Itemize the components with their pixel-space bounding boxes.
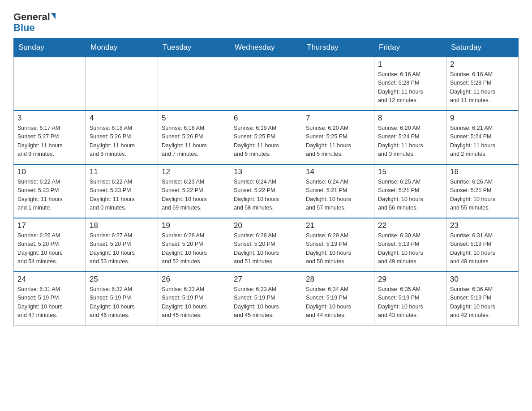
day-info: Sunrise: 6:33 AMSunset: 5:19 PMDaylight:… [162,285,226,320]
calendar-cell [230,57,302,111]
day-info: Sunrise: 6:31 AMSunset: 5:19 PMDaylight:… [17,285,82,320]
day-number: 7 [306,114,370,123]
week-row-5: 24Sunrise: 6:31 AMSunset: 5:19 PMDayligh… [14,272,519,325]
calendar-cell: 30Sunrise: 6:36 AMSunset: 5:19 PMDayligh… [446,272,519,325]
day-info: Sunrise: 6:19 AMSunset: 5:25 PMDaylight:… [234,124,298,159]
calendar-cell [86,57,158,111]
day-info: Sunrise: 6:22 AMSunset: 5:23 PMDaylight:… [17,178,82,213]
logo-general-text: General [13,11,50,23]
day-info: Sunrise: 6:34 AMSunset: 5:19 PMDaylight:… [306,285,370,320]
day-number: 23 [450,221,515,230]
day-info: Sunrise: 6:22 AMSunset: 5:23 PMDaylight:… [90,178,154,213]
calendar-cell: 25Sunrise: 6:32 AMSunset: 5:19 PMDayligh… [86,272,158,325]
calendar-cell: 20Sunrise: 6:28 AMSunset: 5:20 PMDayligh… [230,218,302,272]
day-info: Sunrise: 6:17 AMSunset: 5:27 PMDaylight:… [17,124,82,159]
page-header: General Blue [13,9,519,34]
day-info: Sunrise: 6:28 AMSunset: 5:20 PMDaylight:… [162,231,226,266]
calendar-cell: 8Sunrise: 6:20 AMSunset: 5:24 PMDaylight… [374,111,446,164]
day-info: Sunrise: 6:25 AMSunset: 5:21 PMDaylight:… [378,178,442,213]
day-number: 6 [234,114,298,123]
calendar-cell: 23Sunrise: 6:31 AMSunset: 5:19 PMDayligh… [446,218,519,272]
calendar-cell [14,57,86,111]
calendar-table: SundayMondayTuesdayWednesdayThursdayFrid… [13,38,519,326]
day-number: 20 [234,221,298,230]
calendar-cell: 3Sunrise: 6:17 AMSunset: 5:27 PMDaylight… [14,111,86,164]
day-number: 10 [17,167,82,176]
day-number: 30 [450,275,515,284]
day-info: Sunrise: 6:29 AMSunset: 5:19 PMDaylight:… [306,231,370,266]
calendar-cell: 22Sunrise: 6:30 AMSunset: 5:19 PMDayligh… [374,218,446,272]
day-info: Sunrise: 6:36 AMSunset: 5:19 PMDaylight:… [450,285,515,320]
calendar-cell: 12Sunrise: 6:23 AMSunset: 5:22 PMDayligh… [158,164,230,218]
day-info: Sunrise: 6:21 AMSunset: 5:24 PMDaylight:… [450,124,515,159]
calendar-cell: 16Sunrise: 6:26 AMSunset: 5:21 PMDayligh… [446,164,519,218]
day-info: Sunrise: 6:20 AMSunset: 5:24 PMDaylight:… [378,124,442,159]
day-number: 19 [162,221,226,230]
calendar-cell: 19Sunrise: 6:28 AMSunset: 5:20 PMDayligh… [158,218,230,272]
calendar-cell: 14Sunrise: 6:24 AMSunset: 5:21 PMDayligh… [302,164,374,218]
day-info: Sunrise: 6:23 AMSunset: 5:22 PMDaylight:… [162,178,226,213]
weekday-header-tuesday: Tuesday [158,39,230,57]
day-info: Sunrise: 6:24 AMSunset: 5:22 PMDaylight:… [234,178,298,213]
day-info: Sunrise: 6:16 AMSunset: 5:28 PMDaylight:… [450,70,515,105]
week-row-4: 17Sunrise: 6:26 AMSunset: 5:20 PMDayligh… [14,218,519,272]
day-number: 22 [378,221,442,230]
day-info: Sunrise: 6:26 AMSunset: 5:21 PMDaylight:… [450,178,515,213]
week-row-3: 10Sunrise: 6:22 AMSunset: 5:23 PMDayligh… [14,164,519,218]
calendar-cell: 5Sunrise: 6:18 AMSunset: 5:26 PMDaylight… [158,111,230,164]
day-number: 29 [378,275,442,284]
calendar-cell: 24Sunrise: 6:31 AMSunset: 5:19 PMDayligh… [14,272,86,325]
logo-arrow-icon [51,13,56,19]
calendar-cell: 2Sunrise: 6:16 AMSunset: 5:28 PMDaylight… [446,57,519,111]
day-info: Sunrise: 6:16 AMSunset: 5:28 PMDaylight:… [378,70,442,105]
day-info: Sunrise: 6:20 AMSunset: 5:25 PMDaylight:… [306,124,370,159]
day-number: 28 [306,275,370,284]
day-number: 1 [378,60,442,69]
day-number: 24 [17,275,82,284]
day-number: 15 [378,167,442,176]
calendar-cell: 17Sunrise: 6:26 AMSunset: 5:20 PMDayligh… [14,218,86,272]
day-info: Sunrise: 6:18 AMSunset: 5:26 PMDaylight:… [90,124,154,159]
day-info: Sunrise: 6:18 AMSunset: 5:26 PMDaylight:… [162,124,226,159]
calendar-cell: 18Sunrise: 6:27 AMSunset: 5:20 PMDayligh… [86,218,158,272]
day-info: Sunrise: 6:30 AMSunset: 5:19 PMDaylight:… [378,231,442,266]
day-number: 13 [234,167,298,176]
calendar-cell: 11Sunrise: 6:22 AMSunset: 5:23 PMDayligh… [86,164,158,218]
week-row-1: 1Sunrise: 6:16 AMSunset: 5:28 PMDaylight… [14,57,519,111]
calendar-cell: 21Sunrise: 6:29 AMSunset: 5:19 PMDayligh… [302,218,374,272]
calendar-cell: 9Sunrise: 6:21 AMSunset: 5:24 PMDaylight… [446,111,519,164]
logo-blue-text: Blue [13,22,35,34]
calendar-cell: 7Sunrise: 6:20 AMSunset: 5:25 PMDaylight… [302,111,374,164]
week-row-2: 3Sunrise: 6:17 AMSunset: 5:27 PMDaylight… [14,111,519,164]
day-number: 2 [450,60,515,69]
calendar-cell: 13Sunrise: 6:24 AMSunset: 5:22 PMDayligh… [230,164,302,218]
day-number: 21 [306,221,370,230]
weekday-header-monday: Monday [86,39,158,57]
calendar-cell: 4Sunrise: 6:18 AMSunset: 5:26 PMDaylight… [86,111,158,164]
calendar-cell [158,57,230,111]
weekday-header-wednesday: Wednesday [230,39,302,57]
day-number: 4 [90,114,154,123]
day-number: 26 [162,275,226,284]
day-number: 18 [90,221,154,230]
weekday-header-friday: Friday [374,39,446,57]
day-number: 12 [162,167,226,176]
day-number: 17 [17,221,82,230]
weekday-header-row: SundayMondayTuesdayWednesdayThursdayFrid… [14,39,519,57]
day-info: Sunrise: 6:24 AMSunset: 5:21 PMDaylight:… [306,178,370,213]
day-number: 9 [450,114,515,123]
calendar-cell: 26Sunrise: 6:33 AMSunset: 5:19 PMDayligh… [158,272,230,325]
calendar-cell: 15Sunrise: 6:25 AMSunset: 5:21 PMDayligh… [374,164,446,218]
day-info: Sunrise: 6:27 AMSunset: 5:20 PMDaylight:… [90,231,154,266]
weekday-header-sunday: Sunday [14,39,86,57]
day-number: 16 [450,167,515,176]
calendar-cell: 27Sunrise: 6:33 AMSunset: 5:19 PMDayligh… [230,272,302,325]
calendar-cell: 29Sunrise: 6:35 AMSunset: 5:19 PMDayligh… [374,272,446,325]
day-number: 8 [378,114,442,123]
logo: General Blue [13,9,56,34]
calendar-cell: 10Sunrise: 6:22 AMSunset: 5:23 PMDayligh… [14,164,86,218]
day-info: Sunrise: 6:28 AMSunset: 5:20 PMDaylight:… [234,231,298,266]
calendar-cell: 1Sunrise: 6:16 AMSunset: 5:28 PMDaylight… [374,57,446,111]
day-number: 11 [90,167,154,176]
calendar-cell [302,57,374,111]
